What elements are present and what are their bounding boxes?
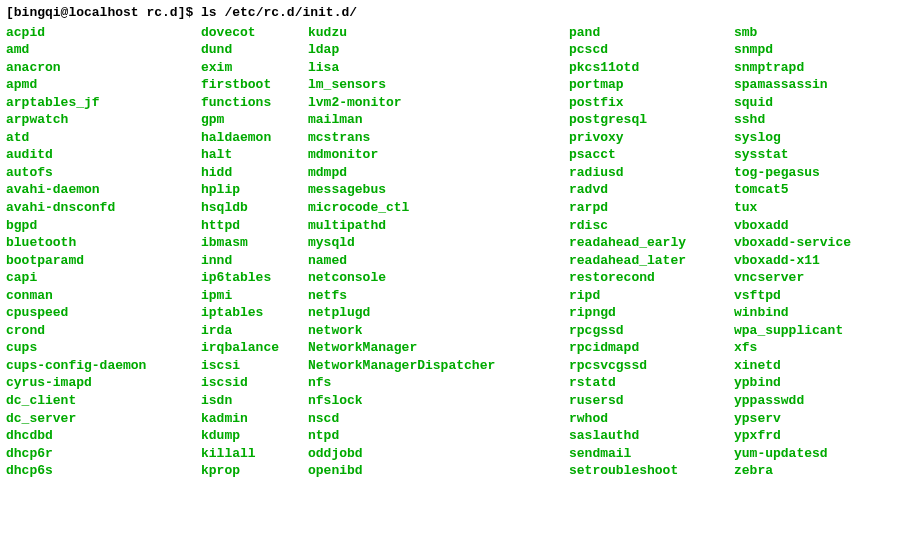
file-entry: kudzu <box>308 24 569 42</box>
file-entry: vncserver <box>734 269 851 287</box>
file-entry: squid <box>734 94 851 112</box>
file-entry: ripngd <box>569 304 734 322</box>
file-entry: rusersd <box>569 392 734 410</box>
file-entry: apmd <box>6 76 201 94</box>
file-entry: gpm <box>201 111 308 129</box>
file-entry: iptables <box>201 304 308 322</box>
file-entry: pcscd <box>569 41 734 59</box>
file-entry: readahead_early <box>569 234 734 252</box>
file-entry: dund <box>201 41 308 59</box>
file-entry: nfslock <box>308 392 569 410</box>
file-entry: rstatd <box>569 374 734 392</box>
file-entry: kdump <box>201 427 308 445</box>
file-entry: auditd <box>6 146 201 164</box>
file-entry: dc_server <box>6 410 201 428</box>
file-entry: ypxfrd <box>734 427 851 445</box>
file-entry: ibmasm <box>201 234 308 252</box>
file-entry: irqbalance <box>201 339 308 357</box>
file-entry: named <box>308 252 569 270</box>
file-entry: amd <box>6 41 201 59</box>
file-entry: snmpd <box>734 41 851 59</box>
file-entry: avahi-dnsconfd <box>6 199 201 217</box>
file-entry: pkcs11otd <box>569 59 734 77</box>
file-entry: iscsid <box>201 374 308 392</box>
file-entry: ip6tables <box>201 269 308 287</box>
file-entry: iscsi <box>201 357 308 375</box>
file-entry: atd <box>6 129 201 147</box>
file-entry: lvm2-monitor <box>308 94 569 112</box>
file-entry: exim <box>201 59 308 77</box>
file-entry: mcstrans <box>308 129 569 147</box>
file-entry: nscd <box>308 410 569 428</box>
file-entry: portmap <box>569 76 734 94</box>
file-entry: innd <box>201 252 308 270</box>
file-entry: hidd <box>201 164 308 182</box>
file-entry: halt <box>201 146 308 164</box>
file-entry: kadmin <box>201 410 308 428</box>
file-entry: syslog <box>734 129 851 147</box>
file-entry: netconsole <box>308 269 569 287</box>
file-entry: oddjobd <box>308 445 569 463</box>
file-entry: rpcgssd <box>569 322 734 340</box>
file-entry: arpwatch <box>6 111 201 129</box>
file-entry: dhcp6r <box>6 445 201 463</box>
file-entry: cyrus-imapd <box>6 374 201 392</box>
file-entry: saslauthd <box>569 427 734 445</box>
shell-prompt: [bingqi@localhost rc.d]$ ls /etc/rc.d/in… <box>6 4 908 22</box>
file-entry: ldap <box>308 41 569 59</box>
file-entry: wpa_supplicant <box>734 322 851 340</box>
listing-column-4: smbsnmpdsnmptrapdspamassassinsquidsshdsy… <box>734 24 851 480</box>
file-entry: sendmail <box>569 445 734 463</box>
file-entry: acpid <box>6 24 201 42</box>
listing-column-1: dovecotdundeximfirstbootfunctionsgpmhald… <box>201 24 308 480</box>
listing-column-2: kudzuldaplisalm_sensorslvm2-monitormailm… <box>308 24 569 480</box>
file-entry: bootparamd <box>6 252 201 270</box>
file-entry: rwhod <box>569 410 734 428</box>
file-entry: mdmonitor <box>308 146 569 164</box>
file-entry: NetworkManagerDispatcher <box>308 357 569 375</box>
file-entry: rpcidmapd <box>569 339 734 357</box>
file-entry: killall <box>201 445 308 463</box>
file-entry: sshd <box>734 111 851 129</box>
file-entry: ntpd <box>308 427 569 445</box>
file-entry: snmptrapd <box>734 59 851 77</box>
file-entry: irda <box>201 322 308 340</box>
file-entry: ipmi <box>201 287 308 305</box>
file-entry: xfs <box>734 339 851 357</box>
file-entry: restorecond <box>569 269 734 287</box>
file-entry: kprop <box>201 462 308 480</box>
file-entry: NetworkManager <box>308 339 569 357</box>
file-entry: firstboot <box>201 76 308 94</box>
file-entry: cpuspeed <box>6 304 201 322</box>
file-entry: mdmpd <box>308 164 569 182</box>
file-entry: rpcsvcgssd <box>569 357 734 375</box>
file-entry: smb <box>734 24 851 42</box>
file-entry: sysstat <box>734 146 851 164</box>
file-entry: anacron <box>6 59 201 77</box>
file-entry: postgresql <box>569 111 734 129</box>
file-entry: microcode_ctl <box>308 199 569 217</box>
file-entry: haldaemon <box>201 129 308 147</box>
file-entry: lm_sensors <box>308 76 569 94</box>
file-entry: nfs <box>308 374 569 392</box>
file-entry: cups <box>6 339 201 357</box>
directory-listing: acpidamdanacronapmdarptables_jfarpwatcha… <box>6 24 908 480</box>
file-entry: hsqldb <box>201 199 308 217</box>
file-entry: psacct <box>569 146 734 164</box>
file-entry: spamassassin <box>734 76 851 94</box>
file-entry: vboxadd-service <box>734 234 851 252</box>
file-entry: cups-config-daemon <box>6 357 201 375</box>
file-entry: vboxadd <box>734 217 851 235</box>
file-entry: vboxadd-x11 <box>734 252 851 270</box>
file-entry: mailman <box>308 111 569 129</box>
file-entry: avahi-daemon <box>6 181 201 199</box>
file-entry: tog-pegasus <box>734 164 851 182</box>
file-entry: zebra <box>734 462 851 480</box>
file-entry: vsftpd <box>734 287 851 305</box>
file-entry: isdn <box>201 392 308 410</box>
listing-column-0: acpidamdanacronapmdarptables_jfarpwatcha… <box>6 24 201 480</box>
file-entry: network <box>308 322 569 340</box>
file-entry: xinetd <box>734 357 851 375</box>
file-entry: mysqld <box>308 234 569 252</box>
file-entry: netplugd <box>308 304 569 322</box>
